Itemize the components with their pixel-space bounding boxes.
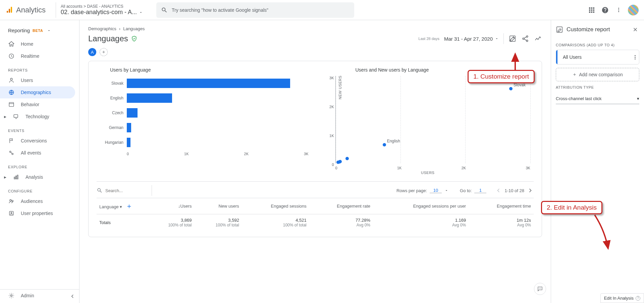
search-icon [161, 7, 168, 13]
bar-label: English [97, 96, 123, 100]
caret-down-icon [495, 37, 499, 41]
col-engagement-time[interactable]: Engagement time [469, 198, 534, 214]
bar-label: German [97, 125, 123, 130]
behavior-icon [8, 101, 15, 108]
customize-report-icon[interactable] [508, 35, 517, 43]
svg-point-4 [10, 78, 12, 80]
search-icon [97, 187, 103, 193]
add-comparison-chip[interactable]: ＋ [100, 48, 108, 56]
col-sessions-per-user[interactable]: Engaged sessions per user [373, 198, 469, 214]
shield-check-icon [131, 35, 138, 42]
report-card: Users by Language SlovakEnglishCzechGerm… [88, 61, 542, 237]
section-configure: CONFIGURE [0, 183, 79, 195]
prev-page-icon[interactable] [495, 187, 502, 194]
section-reports: REPORTS [0, 62, 79, 74]
nav-user-properties[interactable]: User properties [0, 207, 75, 219]
nav-technology[interactable]: ▸ Technology [0, 111, 75, 123]
next-page-icon[interactable] [527, 187, 534, 194]
help-icon[interactable]: ? [636, 296, 640, 301]
insights-icon[interactable] [534, 35, 542, 43]
add-comparison-button[interactable]: ＋ Add new comparison [556, 68, 639, 81]
scatter-point[interactable] [383, 143, 386, 146]
svg-point-9 [12, 153, 13, 155]
product-logo[interactable]: Analytics [5, 6, 52, 14]
scatter-point[interactable] [509, 87, 513, 90]
comparison-item-all-users[interactable]: All Users [556, 50, 639, 64]
svg-rect-11 [16, 176, 17, 179]
nav-demographics[interactable]: Demographics [0, 86, 75, 98]
analytics-logo-icon [5, 6, 13, 14]
goto-input[interactable] [474, 188, 486, 193]
user-prop-icon [8, 210, 15, 217]
bar-chart-title: Users by Language [97, 67, 309, 73]
search-bar[interactable]: Try searching "how to activate Google si… [156, 2, 354, 18]
comparison-chip-a[interactable]: A [88, 48, 96, 56]
bar [127, 79, 290, 88]
attribution-select[interactable]: Cross-channel last click ▾ [556, 93, 639, 104]
more-vert-icon[interactable] [614, 6, 623, 14]
scatter-point[interactable] [345, 157, 349, 160]
svg-rect-12 [17, 175, 18, 179]
bar-label: Slovak [97, 81, 123, 86]
panel-title: Customize report [567, 26, 610, 33]
date-range-picker[interactable]: Mar 31 - Apr 27, 2020 [444, 36, 499, 42]
feedback-icon[interactable] [534, 283, 546, 295]
arrow-icon [508, 52, 522, 71]
nav-analysis[interactable]: ▸ Analysis [0, 171, 75, 183]
caret-down-icon[interactable] [444, 188, 448, 192]
analysis-icon [13, 174, 19, 180]
rows-per-page-value[interactable]: 10 [430, 188, 442, 193]
user-avatar[interactable] [628, 5, 639, 15]
breadcrumb: Demographics › Languages [79, 20, 551, 32]
share-icon[interactable] [521, 35, 529, 43]
col-engaged-sessions[interactable]: Engaged sessions [242, 198, 309, 214]
scatter-label: English [387, 139, 400, 143]
nav-home[interactable]: Home [0, 38, 75, 50]
svg-rect-0 [7, 11, 8, 13]
device-icon [13, 113, 19, 120]
apps-icon[interactable] [588, 6, 596, 14]
events-icon [8, 149, 15, 156]
bar [127, 93, 172, 103]
account-selector[interactable]: All accounts > DASE - ANALYTICS 02. dase… [56, 2, 153, 18]
col-users[interactable]: ↓Users [147, 198, 194, 214]
page-header: Languages Last 28 days Mar 31 - Apr 27, … [79, 32, 551, 47]
caret-down-icon [47, 29, 51, 33]
globe-icon [8, 89, 15, 96]
help-icon[interactable] [601, 6, 609, 14]
sidebar: Reporting BETA Home Realtime REPORTS Use… [0, 20, 79, 303]
nav-users[interactable]: Users [0, 74, 75, 86]
bar [127, 108, 138, 118]
arrow-icon [591, 214, 611, 251]
table-search-input[interactable] [105, 188, 139, 193]
section-explore: EXPLORE [0, 159, 79, 171]
comparison-chips: A ＋ [79, 47, 551, 61]
more-vert-icon[interactable] [633, 54, 637, 61]
gear-icon [8, 292, 15, 299]
add-dimension-icon[interactable]: ＋ [126, 202, 132, 210]
audiences-icon [8, 198, 15, 205]
scatter-label: Slovak [514, 83, 526, 87]
flag-icon [8, 137, 15, 144]
col-new-users[interactable]: New users [194, 198, 241, 214]
edit-in-analysis-button[interactable]: Edit In Analysis ? [600, 293, 644, 303]
dim-header[interactable]: Language ▾ [99, 204, 122, 209]
crumb-demographics[interactable]: Demographics [88, 26, 116, 31]
bar-label: Czech [97, 111, 123, 115]
table-search[interactable] [97, 187, 147, 193]
nav-conversions[interactable]: Conversions [0, 135, 75, 147]
nav-behavior[interactable]: Behavior [0, 98, 75, 111]
topbar-actions [588, 5, 639, 15]
nav-all-events[interactable]: All events [0, 147, 75, 159]
totals-label: Totals [97, 214, 147, 231]
data-table: Language ▾ ＋ ↓Users New users Engaged se… [97, 198, 534, 231]
nav-audiences[interactable]: Audiences [0, 195, 75, 207]
col-engagement-rate[interactable]: Engagement rate [309, 198, 373, 214]
reporting-header[interactable]: Reporting BETA [0, 25, 79, 38]
collapse-sidebar-icon[interactable] [68, 292, 76, 300]
nav-admin[interactable]: Admin [0, 290, 75, 302]
search-placeholder: Try searching "how to activate Google si… [172, 7, 268, 13]
scatter-point[interactable] [336, 161, 340, 164]
nav-realtime[interactable]: Realtime [0, 50, 75, 62]
close-panel-icon[interactable] [631, 26, 639, 34]
